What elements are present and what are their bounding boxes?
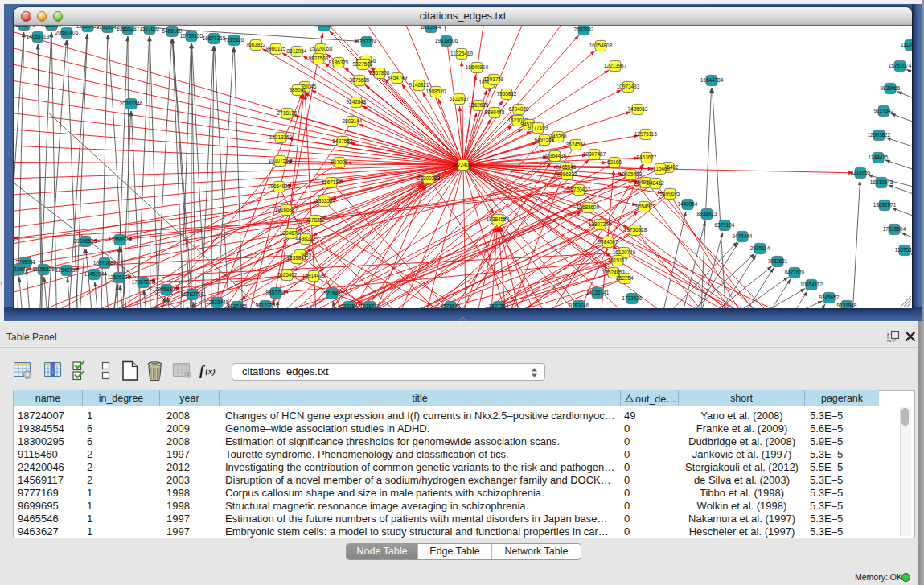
svg-text:9829966: 9829966 — [881, 85, 901, 91]
svg-text:4498222: 4498222 — [296, 236, 316, 241]
svg-text:12213967: 12213967 — [604, 63, 627, 68]
svg-text:20364436: 20364436 — [544, 153, 567, 159]
svg-text:16120746: 16120746 — [613, 249, 636, 255]
svg-text:9245652: 9245652 — [819, 295, 840, 300]
svg-text:13692971: 13692971 — [873, 202, 897, 208]
svg-text:1938471: 1938471 — [360, 303, 380, 308]
svg-text:10719155: 10719155 — [180, 33, 203, 39]
svg-text:3875685: 3875685 — [350, 77, 370, 83]
svg-text:1827364: 1827364 — [489, 303, 509, 308]
svg-text:12213369: 12213369 — [269, 134, 293, 140]
svg-text:14055713: 14055713 — [27, 34, 50, 39]
svg-text:15720407: 15720407 — [568, 187, 591, 192]
svg-text:12505135: 12505135 — [108, 274, 131, 280]
svg-text:10973493: 10973493 — [617, 84, 640, 89]
svg-text:11325419: 11325419 — [450, 51, 473, 56]
svg-text:10975887: 10975887 — [93, 260, 117, 266]
svg-text:1362615: 1362615 — [469, 102, 489, 108]
svg-text:10958107: 10958107 — [155, 286, 179, 292]
svg-text:6379194: 6379194 — [715, 222, 735, 228]
svg-text:1239847: 1239847 — [287, 255, 307, 261]
svg-text:1091758: 1091758 — [484, 76, 504, 82]
svg-text:7663822: 7663822 — [246, 42, 266, 47]
svg-text:9827508: 9827508 — [353, 61, 373, 67]
svg-text:16154808: 16154808 — [589, 43, 613, 48]
svg-text:16033809: 16033809 — [313, 26, 336, 28]
svg-text:16782759: 16782759 — [181, 291, 204, 297]
svg-text:8432327: 8432327 — [14, 236, 17, 241]
svg-text:8454749: 8454749 — [388, 75, 408, 80]
svg-text:19654925: 19654925 — [268, 183, 291, 189]
svg-text:1588520: 1588520 — [426, 89, 446, 94]
svg-text:948412: 948412 — [647, 180, 664, 186]
svg-text:16914479: 16914479 — [302, 273, 326, 278]
svg-text:62160: 62160 — [607, 159, 622, 165]
svg-text:8912954: 8912954 — [287, 48, 307, 54]
svg-text:10046798: 10046798 — [280, 230, 303, 236]
svg-text:20206536: 20206536 — [74, 238, 97, 244]
svg-text:8186325: 8186325 — [329, 60, 349, 65]
svg-text:1615112: 1615112 — [608, 257, 628, 263]
svg-text:9827503: 9827503 — [309, 56, 329, 61]
svg-text:9146821: 9146821 — [409, 82, 429, 88]
svg-text:10688609: 10688609 — [577, 204, 600, 210]
svg-text:9084067: 9084067 — [598, 239, 618, 245]
svg-text:9131948: 9131948 — [837, 303, 857, 308]
svg-text:(x): (x) — [205, 366, 216, 377]
svg-text:7955812: 7955812 — [497, 91, 517, 97]
svg-text:16640910: 16640910 — [466, 64, 489, 70]
svg-text:9960125: 9960125 — [266, 46, 286, 51]
svg-text:9857791: 9857791 — [266, 290, 286, 295]
svg-text:17016504: 17016504 — [883, 226, 906, 232]
svg-text:1167533: 1167533 — [895, 247, 912, 253]
svg-text:7515526: 7515526 — [224, 37, 244, 43]
svg-text:15751074: 15751074 — [889, 63, 912, 68]
svg-text:8273645: 8273645 — [441, 303, 461, 308]
svg-text:19756928: 19756928 — [624, 227, 647, 233]
svg-text:20691406: 20691406 — [55, 30, 79, 35]
svg-text:9699695: 9699695 — [660, 191, 680, 196]
svg-text:9227342: 9227342 — [874, 108, 894, 113]
svg-text:16671355: 16671355 — [203, 35, 226, 41]
svg-text:16210643: 16210643 — [870, 179, 893, 185]
svg-text:7986322: 7986322 — [557, 171, 577, 177]
svg-text:1244415: 1244415 — [869, 154, 889, 160]
svg-text:23300293: 23300293 — [417, 175, 441, 181]
svg-text:9635599: 9635599 — [42, 26, 62, 27]
svg-text:11156829: 11156829 — [32, 266, 55, 272]
svg-text:10654112: 10654112 — [800, 282, 823, 287]
svg-text:7485063: 7485063 — [628, 106, 648, 112]
svg-text:252254: 252254 — [616, 275, 634, 281]
svg-text:3267130: 3267130 — [322, 179, 342, 185]
svg-text:8813054: 8813054 — [421, 26, 441, 30]
svg-text:6794028: 6794028 — [509, 106, 529, 112]
svg-text:1527602: 1527602 — [140, 26, 160, 31]
svg-text:3915941: 3915941 — [14, 266, 29, 272]
svg-text:9242848: 9242848 — [347, 99, 367, 105]
svg-text:16644784: 16644784 — [700, 77, 724, 83]
svg-text:10807487: 10807487 — [583, 151, 606, 157]
svg-text:917006: 917006 — [331, 159, 348, 165]
svg-text:1733426: 1733426 — [622, 295, 643, 301]
svg-text:9912735: 9912735 — [256, 303, 276, 308]
svg-text:12093822: 12093822 — [868, 132, 891, 138]
svg-text:7625402: 7625402 — [277, 272, 298, 278]
svg-text:5322037: 5322037 — [450, 96, 470, 101]
svg-text:2718176: 2718176 — [277, 110, 298, 116]
svg-text:15718485: 15718485 — [321, 290, 344, 296]
svg-text:9115460: 9115460 — [651, 166, 671, 171]
svg-text:8427552: 8427552 — [333, 138, 353, 144]
svg-text:17957225: 17957225 — [132, 279, 155, 285]
svg-text:15226058: 15226058 — [310, 46, 333, 51]
svg-text:18807249: 18807249 — [589, 221, 612, 227]
svg-text:10293847: 10293847 — [338, 303, 361, 308]
svg-text:19654923: 19654923 — [633, 204, 656, 209]
svg-text:1440954: 1440954 — [678, 201, 698, 207]
svg-text:8878352: 8878352 — [306, 217, 326, 223]
svg-text:3624554: 3624554 — [566, 142, 586, 147]
svg-text:19218506: 19218506 — [435, 38, 458, 43]
svg-text:989061: 989061 — [289, 87, 306, 93]
svg-text:16088778: 16088778 — [14, 26, 36, 27]
svg-text:9777169: 9777169 — [528, 125, 548, 130]
svg-text:8215955: 8215955 — [851, 170, 871, 175]
